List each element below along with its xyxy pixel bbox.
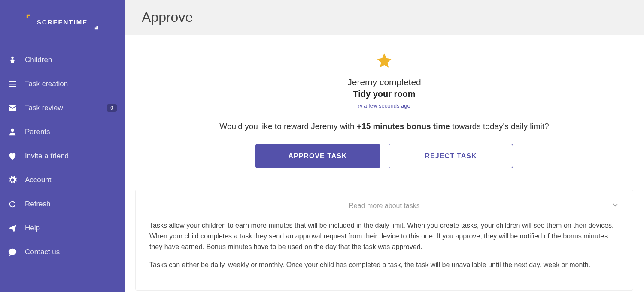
page-title: Approve	[142, 9, 627, 25]
sidebar-item-label: Help	[25, 224, 117, 232]
sidebar-item-label: Parents	[25, 128, 117, 136]
clock-icon: ◔	[358, 103, 362, 108]
heart-icon	[8, 151, 17, 161]
info-panel-title: Read more about tasks	[349, 202, 419, 210]
main-content: Approve Jeremy completed Tidy your room …	[125, 0, 644, 292]
reject-task-button[interactable]: REJECT TASK	[389, 144, 513, 168]
action-buttons: APPROVE TASK REJECT TASK	[135, 144, 633, 168]
person-icon	[8, 127, 17, 137]
sidebar-item-account[interactable]: Account	[0, 168, 125, 192]
task-review-badge: 0	[107, 104, 117, 112]
sidebar: SCREENTIME Children Task creation Task r…	[0, 0, 125, 292]
page-header: Approve	[125, 0, 644, 35]
approve-task-button[interactable]: APPROVE TASK	[255, 144, 380, 168]
star-icon	[376, 52, 393, 73]
chevron-down-icon	[611, 201, 619, 211]
sidebar-item-label: Task creation	[25, 80, 117, 88]
sidebar-item-invite-friend[interactable]: Invite a friend	[0, 144, 125, 168]
reward-prompt: Would you like to reward Jeremy with +15…	[135, 122, 633, 131]
sidebar-item-label: Task review	[25, 104, 107, 112]
sidebar-item-label: Children	[25, 56, 117, 64]
gear-icon	[8, 175, 17, 185]
svg-point-5	[11, 129, 14, 132]
sidebar-item-task-creation[interactable]: Task creation	[0, 72, 125, 96]
sidebar-item-refresh[interactable]: Refresh	[0, 192, 125, 216]
task-name: Tidy your room	[135, 89, 633, 99]
sidebar-item-label: Account	[25, 176, 117, 184]
completed-text: Jeremy completed	[135, 77, 633, 87]
task-approval-card: Jeremy completed Tidy your room ◔a few s…	[135, 48, 633, 185]
sidebar-item-label: Invite a friend	[25, 152, 117, 160]
svg-point-0	[11, 57, 14, 59]
sidebar-item-task-review[interactable]: Task review 0	[0, 96, 125, 120]
task-timestamp: ◔a few seconds ago	[135, 102, 633, 109]
info-panel: Read more about tasks Tasks allow your c…	[135, 190, 633, 291]
refresh-icon	[8, 199, 17, 209]
sidebar-item-children[interactable]: Children	[0, 48, 125, 72]
info-panel-body: Tasks allow your children to earn more m…	[149, 220, 619, 271]
content-area: Jeremy completed Tidy your room ◔a few s…	[125, 35, 644, 292]
sidebar-item-contact-us[interactable]: Contact us	[0, 240, 125, 264]
info-paragraph: Tasks can either be daily, weekly or mon…	[149, 260, 619, 271]
info-panel-toggle[interactable]: Read more about tasks	[149, 202, 619, 210]
sidebar-item-label: Refresh	[25, 200, 117, 208]
menu-icon	[8, 79, 17, 89]
info-paragraph: Tasks allow your children to earn more m…	[149, 220, 619, 252]
send-icon	[8, 223, 17, 233]
brand-name: SCREENTIME	[37, 18, 88, 26]
brand-logo: SCREENTIME	[0, 17, 125, 27]
sidebar-item-label: Contact us	[25, 248, 117, 256]
mail-icon	[8, 103, 17, 113]
sidebar-item-help[interactable]: Help	[0, 216, 125, 240]
sidebar-item-parents[interactable]: Parents	[0, 120, 125, 144]
svg-rect-1	[9, 81, 16, 82]
svg-rect-3	[9, 86, 16, 87]
chat-icon	[8, 247, 17, 257]
child-icon	[8, 55, 17, 65]
svg-rect-2	[9, 84, 16, 84]
